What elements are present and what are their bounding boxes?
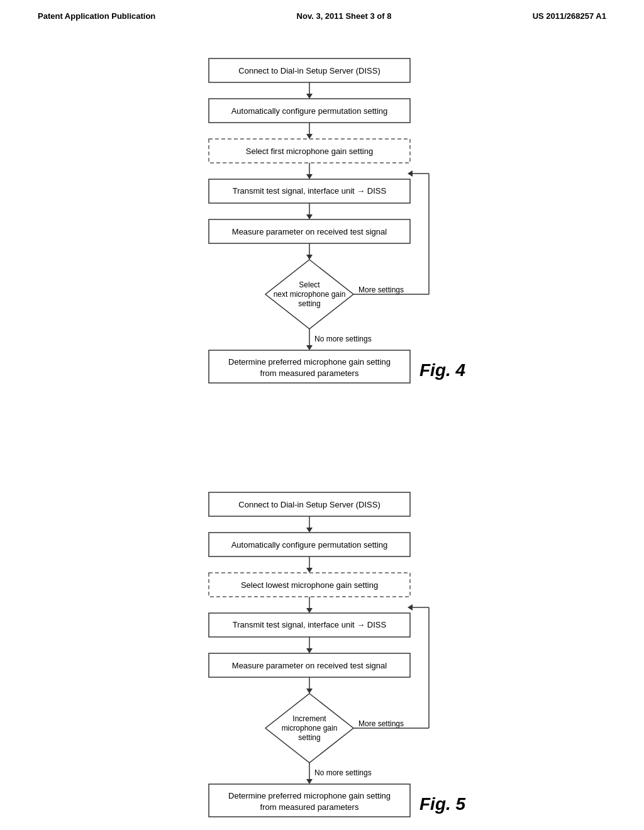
- svg-text:Select: Select: [299, 280, 320, 289]
- fig5-flowchart: Connect to Dial-in Setup Server (DISS) A…: [158, 486, 486, 830]
- svg-marker-15: [306, 214, 313, 219]
- svg-text:Automatically configure permut: Automatically configure permutation sett…: [231, 106, 388, 116]
- header-middle: Nov. 3, 2011 Sheet 3 of 8: [297, 11, 392, 21]
- svg-text:Connect to Dial-in Setup Serve: Connect to Dial-in Setup Server (DISS): [238, 500, 380, 509]
- svg-marker-7: [306, 134, 313, 139]
- svg-text:microphone gain: microphone gain: [282, 724, 338, 733]
- svg-text:setting: setting: [298, 299, 320, 308]
- page-header: Patent Application Publication Nov. 3, 2…: [0, 0, 644, 27]
- fig4-section: Connect to Dial-in Setup Server (DISS) A…: [0, 40, 644, 455]
- svg-rect-32: [209, 350, 410, 383]
- svg-text:Select first microphone gain s: Select first microphone gain setting: [246, 147, 373, 156]
- svg-text:setting: setting: [298, 733, 320, 742]
- svg-marker-39: [306, 528, 313, 533]
- svg-marker-51: [306, 648, 313, 653]
- svg-text:from measured parameters: from measured parameters: [260, 368, 359, 378]
- svg-marker-3: [306, 94, 313, 99]
- svg-text:Measure parameter on received : Measure parameter on received test signa…: [232, 227, 387, 236]
- svg-text:Automatically configure permut: Automatically configure permutation sett…: [231, 540, 388, 550]
- svg-marker-11: [306, 174, 313, 179]
- svg-text:Transmit test signal, interfac: Transmit test signal, interface unit → D…: [233, 186, 387, 196]
- svg-marker-67: [306, 779, 313, 784]
- svg-marker-47: [306, 608, 313, 613]
- svg-text:No more settings: No more settings: [314, 335, 372, 343]
- svg-text:Transmit test signal, interfac: Transmit test signal, interface unit → D…: [233, 620, 387, 629]
- svg-text:Measure parameter on received : Measure parameter on received test signa…: [232, 661, 387, 670]
- fig5-section: Connect to Dial-in Setup Server (DISS) A…: [0, 473, 644, 830]
- svg-text:No more settings: No more settings: [314, 768, 372, 777]
- svg-rect-68: [209, 784, 410, 817]
- svg-text:Determine preferred microphone: Determine preferred microphone gain sett…: [228, 357, 391, 367]
- diagram-area: Connect to Dial-in Setup Server (DISS) A…: [0, 27, 644, 830]
- header-left: Patent Application Publication: [38, 11, 155, 21]
- svg-text:from measured parameters: from measured parameters: [260, 802, 359, 812]
- svg-marker-55: [306, 689, 313, 694]
- svg-marker-19: [306, 255, 313, 260]
- svg-marker-28: [408, 170, 413, 177]
- svg-text:Fig. 5: Fig. 5: [419, 794, 466, 814]
- svg-text:Increment: Increment: [292, 714, 326, 723]
- svg-text:Determine preferred microphone: Determine preferred microphone gain sett…: [228, 791, 391, 800]
- svg-marker-31: [306, 345, 313, 350]
- svg-text:Connect to Dial-in Setup Serve: Connect to Dial-in Setup Server (DISS): [238, 66, 380, 75]
- svg-text:More settings: More settings: [358, 719, 404, 728]
- svg-text:More settings: More settings: [358, 285, 404, 294]
- svg-text:next microphone gain: next microphone gain: [274, 290, 346, 299]
- svg-text:Fig. 4: Fig. 4: [419, 360, 466, 380]
- svg-marker-64: [408, 604, 413, 611]
- svg-text:Select lowest microphone gain : Select lowest microphone gain setting: [241, 580, 378, 590]
- fig4-flowchart: Connect to Dial-in Setup Server (DISS) A…: [158, 52, 486, 442]
- svg-marker-43: [306, 568, 313, 573]
- header-right: US 2011/268257 A1: [533, 11, 606, 21]
